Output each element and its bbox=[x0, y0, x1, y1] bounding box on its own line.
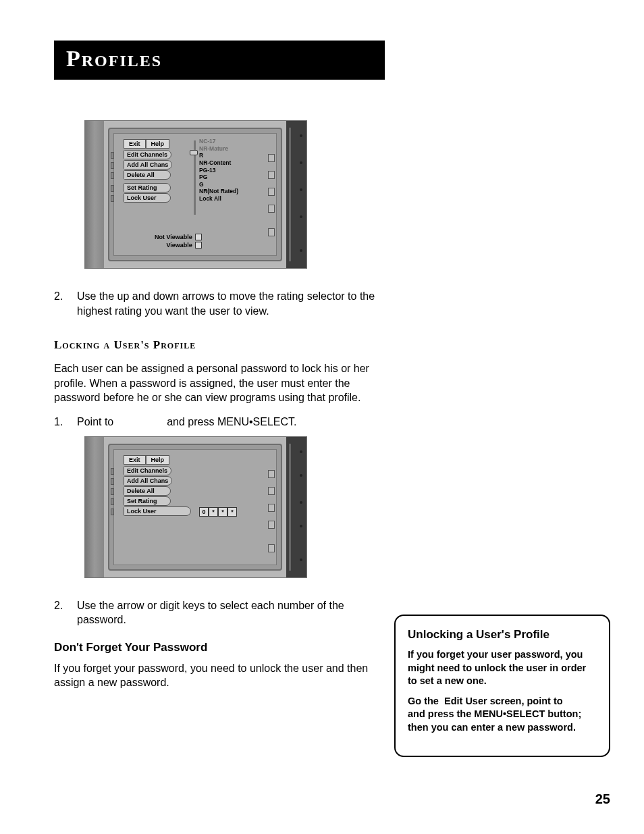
menu-edit-channels[interactable]: Edit Channels bbox=[124, 150, 171, 159]
page-title-bar: Profiles bbox=[54, 41, 385, 80]
rating-slider-thumb[interactable] bbox=[190, 150, 198, 155]
rating-pg[interactable]: PG bbox=[199, 174, 238, 181]
callout-unlocking: Unlocking a User's Profile If you forget… bbox=[394, 615, 610, 757]
exit-button[interactable]: Exit bbox=[124, 455, 146, 465]
step-number: 2. bbox=[54, 289, 66, 318]
rating-nr-content[interactable]: NR-Content bbox=[199, 159, 238, 167]
rating-lock-all[interactable]: Lock All bbox=[199, 195, 238, 203]
pw-digit[interactable]: * bbox=[209, 507, 218, 517]
menu-lock-user[interactable]: Lock User bbox=[124, 193, 171, 203]
subheading-dont-forget: Don't Forget Your Password bbox=[54, 641, 392, 654]
tab-stub-icon bbox=[111, 185, 114, 192]
locking-intro: Each user can be assigned a personal pas… bbox=[54, 361, 392, 405]
menu-set-rating[interactable]: Set Rating bbox=[124, 183, 171, 192]
tv-screen: Exit Help Edit Channels Add All Chans De… bbox=[108, 128, 282, 261]
tab-stub-icon bbox=[111, 498, 114, 505]
rating-nr-mature[interactable]: NR-Mature bbox=[199, 145, 238, 153]
menu-add-all-chans[interactable]: Add All Chans bbox=[124, 476, 172, 486]
menu-set-rating[interactable]: Set Rating bbox=[124, 496, 171, 506]
legend-box-icon bbox=[195, 242, 202, 249]
tv-left-edge bbox=[85, 121, 104, 268]
right-scroll[interactable] bbox=[268, 140, 275, 249]
step-number: 1. bbox=[54, 415, 66, 429]
page-title: Profiles bbox=[66, 46, 373, 72]
rating-pg13[interactable]: PG-13 bbox=[199, 167, 238, 174]
pw-digit[interactable]: * bbox=[218, 507, 227, 517]
menu-edit-channels[interactable]: Edit Channels bbox=[124, 466, 171, 475]
ratings-list: NC-17 NR-Mature R NR-Content PG-13 PG G … bbox=[199, 138, 238, 203]
legend: Not Viewable Viewable bbox=[155, 232, 202, 249]
exit-button[interactable]: Exit bbox=[124, 139, 146, 149]
page-number: 25 bbox=[595, 791, 610, 807]
rating-r[interactable]: R bbox=[199, 152, 238, 159]
legend-not-viewable: Not Viewable bbox=[155, 234, 192, 240]
legend-box-icon bbox=[195, 234, 202, 240]
tv-screen: Exit Help Edit Channels Add All Chans De… bbox=[108, 444, 282, 571]
rating-g[interactable]: G bbox=[199, 181, 238, 188]
main-content: Exit Help Edit Channels Add All Chans De… bbox=[54, 80, 392, 690]
tab-stub-icon bbox=[111, 162, 114, 169]
rating-nr[interactable]: NR(Not Rated) bbox=[199, 188, 238, 195]
tab-stub-icon bbox=[111, 152, 114, 159]
pw-digit[interactable]: 0 bbox=[199, 507, 209, 517]
screenshot-set-rating: Exit Help Edit Channels Add All Chans De… bbox=[84, 120, 307, 269]
help-button[interactable]: Help bbox=[146, 139, 170, 149]
tab-stub-icon bbox=[111, 488, 114, 495]
tv-right-bezel bbox=[286, 437, 306, 577]
tv-right-bezel bbox=[286, 121, 306, 268]
menu-delete-all[interactable]: Delete All bbox=[124, 486, 171, 496]
step-number: 2. bbox=[54, 598, 66, 627]
step-2-password: 2. Use the arrow or digit keys to select… bbox=[54, 598, 392, 627]
tab-stub-icon bbox=[111, 468, 114, 475]
legend-viewable: Viewable bbox=[167, 242, 192, 249]
screenshot-lock-user: Exit Help Edit Channels Add All Chans De… bbox=[84, 436, 307, 578]
step-2-rating: 2. Use the up and down arrows to move th… bbox=[54, 289, 392, 318]
tab-stub-icon bbox=[111, 509, 114, 515]
callout-heading: Unlocking a User's Profile bbox=[408, 628, 597, 642]
right-scroll[interactable] bbox=[268, 457, 275, 558]
dont-forget-body: If you forget your password, you need to… bbox=[54, 661, 392, 690]
step-text: Use the up and down arrows to move the r… bbox=[77, 289, 392, 318]
step-1-lock: 1. Point to and press MENU•SELECT. bbox=[54, 415, 392, 429]
tv-left-edge bbox=[85, 437, 104, 577]
pw-digit[interactable]: * bbox=[227, 507, 237, 517]
tab-stub-icon bbox=[111, 478, 114, 485]
menu-delete-all[interactable]: Delete All bbox=[124, 170, 171, 180]
step-text: Use the arrow or digit keys to select ea… bbox=[77, 598, 392, 627]
callout-p1: If you forget your user password, you mi… bbox=[408, 648, 597, 688]
step-text: Point to and press MENU•SELECT. bbox=[77, 415, 297, 429]
menu-lock-user[interactable]: Lock User bbox=[124, 506, 191, 516]
tab-stub-icon bbox=[111, 195, 114, 202]
help-button[interactable]: Help bbox=[146, 455, 170, 465]
section-heading-locking: Locking a User's Profile bbox=[54, 338, 392, 352]
callout-p2: Go the Edit User screen, point to and pr… bbox=[408, 695, 597, 735]
menu-add-all-chans[interactable]: Add All Chans bbox=[124, 160, 172, 170]
password-field[interactable]: 0 * * * bbox=[199, 507, 237, 517]
tab-stub-icon bbox=[111, 172, 114, 179]
rating-nc17[interactable]: NC-17 bbox=[199, 138, 238, 145]
